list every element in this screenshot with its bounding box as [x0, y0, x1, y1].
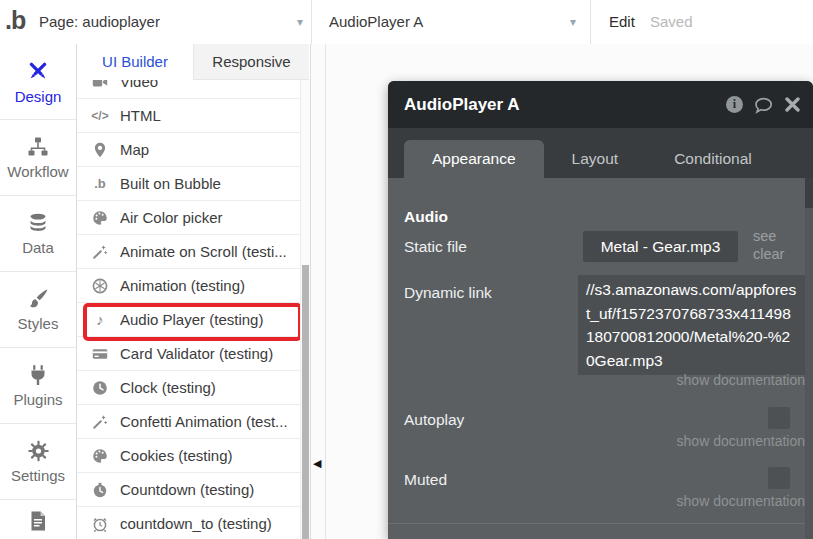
sidebar-item-label: Design: [15, 88, 62, 105]
list-item-animation[interactable]: Animation (testing): [77, 269, 310, 303]
tab-ui-builder[interactable]: UI Builder: [77, 44, 193, 80]
inspector-scrollbar[interactable]: [805, 178, 813, 539]
sidebar-item-workflow[interactable]: Workflow: [0, 120, 76, 196]
property-editor-tabs: Appearance Layout Conditional: [388, 128, 813, 178]
list-item-label: Card Validator (testing): [120, 345, 273, 362]
see-link[interactable]: see: [753, 227, 784, 245]
sidebar-item-settings[interactable]: Settings: [0, 424, 76, 500]
autoplay-checkbox[interactable]: [768, 407, 790, 429]
page-selector-dropdown[interactable]: Page: audioplayer ▾: [39, 0, 311, 44]
shutter-icon: [90, 278, 110, 294]
magic-wand-icon: [90, 414, 110, 430]
divider: [311, 0, 312, 44]
sidebar-item-label: Styles: [18, 315, 59, 332]
info-icon[interactable]: i: [726, 96, 743, 113]
list-item-label: Air Color picker: [120, 209, 223, 226]
list-item-cookies[interactable]: Cookies (testing): [77, 439, 310, 473]
list-item-map[interactable]: Map: [77, 133, 310, 167]
tab-layout[interactable]: Layout: [544, 140, 647, 178]
list-item-built-on-bubble[interactable]: .b Built on Bubble: [77, 167, 310, 201]
list-item-confetti-animation[interactable]: Confetti Animation (test...: [77, 405, 310, 439]
section-title: Audio: [404, 208, 448, 226]
timer-icon: [90, 482, 110, 498]
tab-conditional[interactable]: Conditional: [646, 140, 780, 178]
list-item-animate-on-scroll[interactable]: Animate on Scroll (testi...: [77, 235, 310, 269]
element-selector-dropdown[interactable]: AudioPlayer A ▾: [329, 0, 590, 44]
dynamic-link-input[interactable]: //s3.amazonaws.com/appforest_uf/f1572370…: [578, 275, 805, 375]
code-icon: </>: [90, 109, 110, 123]
muted-label: Muted: [404, 471, 447, 489]
list-item-label: Countdown (testing): [120, 481, 254, 498]
chevron-down-icon: ▾: [570, 0, 576, 44]
scrollbar-thumb[interactable]: [805, 178, 813, 208]
top-bar: .b Page: audioplayer ▾ AudioPlayer A ▾ E…: [0, 0, 813, 45]
tab-responsive[interactable]: Responsive: [193, 44, 309, 80]
list-item-label: Confetti Animation (test...: [120, 413, 288, 430]
collapse-panel-icon[interactable]: ◀: [313, 457, 321, 470]
list-item-air-color-picker[interactable]: Air Color picker: [77, 201, 310, 235]
sidebar-item-design[interactable]: Design: [0, 44, 76, 120]
list-item-label: HTML: [120, 107, 161, 124]
gear-icon: [27, 440, 50, 462]
bubble-icon: .b: [90, 176, 110, 191]
list-item-label: Video: [120, 80, 158, 90]
scrollbar-thumb[interactable]: [302, 265, 309, 539]
bubble-logo: .b: [5, 6, 25, 35]
sidebar-item-styles[interactable]: Styles: [0, 272, 76, 348]
video-icon: [90, 80, 110, 90]
property-editor: AudioPlayer A i Appearance Layout Condit…: [388, 81, 813, 539]
magic-wand-icon: [90, 244, 110, 260]
sidebar-item-plugins[interactable]: Plugins: [0, 348, 76, 424]
palette-tabs: UI Builder Responsive: [77, 44, 310, 80]
show-documentation-link[interactable]: show documentation: [677, 433, 805, 449]
static-file-button[interactable]: Metal - Gear.mp3: [583, 231, 738, 262]
dynamic-link-label: Dynamic link: [404, 284, 492, 302]
list-item-video[interactable]: Video: [77, 80, 310, 99]
close-icon[interactable]: [785, 97, 800, 112]
palette-icon: [90, 448, 110, 464]
list-item-countdown-to[interactable]: countdown_to (testing): [77, 507, 310, 539]
divider: [590, 0, 591, 44]
list-item-label: countdown_to (testing): [120, 515, 272, 532]
sidebar-item-label: Settings: [11, 467, 65, 484]
sidebar-item-document[interactable]: [0, 500, 76, 538]
autoplay-label: Autoplay: [404, 411, 464, 429]
sidebar-item-data[interactable]: Data: [0, 196, 76, 272]
credit-card-icon: [90, 346, 110, 362]
clock-icon: [90, 380, 110, 396]
property-editor-header[interactable]: AudioPlayer A i: [388, 81, 813, 128]
element-selector-value: AudioPlayer A: [329, 13, 423, 30]
list-item-clock[interactable]: Clock (testing): [77, 371, 310, 405]
palette-scrollbar[interactable]: [300, 80, 310, 539]
palette-icon: [90, 210, 110, 226]
page-edge-line: [325, 44, 326, 539]
page-selector-value: Page: audioplayer: [39, 13, 160, 30]
edit-mode-button[interactable]: Edit: [609, 0, 635, 44]
list-item-countdown[interactable]: Countdown (testing): [77, 473, 310, 507]
list-item-label: Clock (testing): [120, 379, 216, 396]
paintbrush-icon: [26, 288, 50, 310]
list-item-audio-player[interactable]: ♪ Audio Player (testing): [77, 303, 310, 337]
comment-icon[interactable]: [753, 96, 775, 114]
sidebar-item-label: Workflow: [7, 163, 68, 180]
show-documentation-link[interactable]: show documentation: [677, 372, 805, 388]
database-icon: [26, 212, 50, 234]
element-list: Video </> HTML Map .b Built on Bubble: [77, 80, 310, 539]
design-icon: [25, 59, 51, 83]
list-item-label: Animation (testing): [120, 277, 245, 294]
save-status: Saved: [650, 0, 693, 44]
clear-link[interactable]: clear: [753, 245, 784, 263]
music-note-icon: ♪: [90, 311, 110, 328]
list-item-card-validator[interactable]: Card Validator (testing): [77, 337, 310, 371]
static-file-label: Static file: [404, 238, 467, 256]
chevron-down-icon: ▾: [297, 0, 303, 44]
document-icon: [27, 510, 49, 532]
show-documentation-link[interactable]: show documentation: [677, 493, 805, 509]
list-item-html[interactable]: </> HTML: [77, 99, 310, 133]
list-item-label: Audio Player (testing): [120, 311, 263, 328]
tab-appearance[interactable]: Appearance: [404, 140, 544, 178]
muted-checkbox[interactable]: [768, 467, 790, 489]
sidebar-item-label: Data: [22, 239, 54, 256]
element-palette: UI Builder Responsive Video </> HTML Map: [77, 44, 311, 539]
plug-icon: [27, 364, 49, 386]
